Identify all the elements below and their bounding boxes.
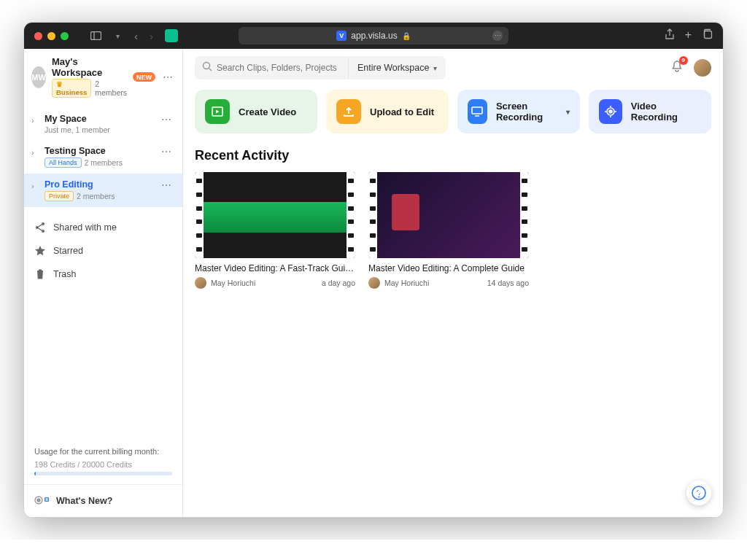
private-tag: Private bbox=[44, 191, 74, 201]
browser-titlebar: ▾ ‹ › V app.visla.us 🔒 ⋯ + bbox=[24, 23, 723, 49]
space-my-space[interactable]: › My Space Just me, 1 member ⋯ bbox=[24, 108, 182, 140]
nav-shared[interactable]: Shared with me bbox=[24, 216, 182, 239]
svg-point-3 bbox=[42, 222, 44, 225]
usage-panel: Usage for the current billing month: 198… bbox=[24, 440, 182, 484]
nav-trash[interactable]: Trash bbox=[24, 262, 182, 286]
back-button[interactable]: ‹ bbox=[131, 30, 141, 42]
video-card[interactable]: Master Video Editing: A Fast-Track Guide… bbox=[195, 172, 355, 289]
search-icon bbox=[202, 61, 212, 74]
chevron-right-icon: › bbox=[31, 182, 39, 190]
user-avatar[interactable] bbox=[694, 59, 711, 77]
svg-point-7 bbox=[37, 499, 40, 502]
svg-rect-8 bbox=[44, 497, 49, 502]
svg-rect-14 bbox=[472, 107, 482, 114]
tab-dropdown-icon[interactable]: ▾ bbox=[109, 28, 125, 44]
share-icon bbox=[34, 222, 46, 233]
maximize-window[interactable] bbox=[61, 32, 69, 40]
author-name: May Horiuchi bbox=[211, 279, 255, 287]
space-menu-icon[interactable]: ⋯ bbox=[160, 146, 174, 158]
search-wrap: Entire Workspace ▾ bbox=[195, 56, 446, 79]
crown-icon: ♛ bbox=[56, 80, 63, 88]
space-menu-icon[interactable]: ⋯ bbox=[160, 114, 174, 125]
chevron-down-icon: ▾ bbox=[566, 108, 570, 116]
author-name: May Horiuchi bbox=[384, 279, 429, 287]
svg-line-12 bbox=[209, 69, 212, 71]
workspace-name: May's Workspace bbox=[52, 56, 127, 78]
minimize-window[interactable] bbox=[47, 32, 55, 40]
camera-icon bbox=[599, 99, 622, 124]
search-input[interactable] bbox=[217, 63, 341, 73]
close-window[interactable] bbox=[34, 32, 42, 40]
space-pro-editing[interactable]: › Pro Editing Private2 members ⋯ bbox=[24, 174, 182, 207]
megaphone-icon bbox=[34, 494, 50, 508]
svg-point-17 bbox=[609, 110, 612, 113]
video-card[interactable]: Master Video Editing: A Complete Guide M… bbox=[368, 172, 529, 289]
chevron-right-icon: › bbox=[31, 148, 39, 157]
video-thumbnail bbox=[195, 172, 355, 258]
workspace-header[interactable]: MW May's Workspace ♛ Business 2 members … bbox=[24, 49, 182, 104]
workspace-menu-icon[interactable]: ⋯ bbox=[161, 71, 175, 83]
url-text: app.visla.us bbox=[351, 31, 397, 41]
workspace-members: 2 members bbox=[95, 79, 127, 97]
new-badge: NEW bbox=[133, 72, 155, 82]
nav-starred[interactable]: Starred bbox=[24, 239, 182, 262]
upload-to-edit-button[interactable]: Upload to Edit bbox=[326, 90, 449, 133]
window-controls bbox=[34, 32, 69, 40]
notifications-button[interactable]: 9 bbox=[670, 60, 684, 76]
workspace-avatar: MW bbox=[31, 66, 46, 88]
screen-icon bbox=[468, 99, 487, 124]
url-more-icon[interactable]: ⋯ bbox=[492, 31, 503, 41]
nav-list: Shared with me Starred Trash bbox=[24, 216, 182, 286]
usage-bar bbox=[34, 472, 172, 475]
screen-recording-button[interactable]: Screen Recording ▾ bbox=[457, 90, 580, 133]
topbar: Entire Workspace ▾ 9 bbox=[183, 49, 723, 87]
lock-icon: 🔒 bbox=[402, 32, 411, 40]
star-icon bbox=[34, 245, 46, 257]
forward-button[interactable]: › bbox=[147, 30, 156, 42]
trash-icon bbox=[34, 268, 46, 280]
tabs-icon[interactable] bbox=[702, 28, 713, 43]
recent-activity-title: Recent Activity bbox=[183, 141, 723, 172]
search-scope-dropdown[interactable]: Entire Workspace ▾ bbox=[348, 58, 446, 78]
search-box[interactable] bbox=[195, 56, 348, 79]
author-avatar bbox=[195, 277, 206, 289]
video-thumbnail bbox=[368, 172, 529, 258]
site-favicon bbox=[165, 29, 178, 42]
space-testing-space[interactable]: › Testing Space All Hands2 members ⋯ bbox=[24, 140, 182, 174]
create-video-icon bbox=[205, 99, 230, 124]
action-cards-row: Create Video Upload to Edit Screen Recor… bbox=[183, 87, 723, 141]
svg-rect-0 bbox=[90, 32, 101, 40]
all-hands-tag: All Hands bbox=[44, 158, 82, 168]
url-bar[interactable]: V app.visla.us 🔒 ⋯ bbox=[239, 27, 508, 44]
svg-point-4 bbox=[36, 226, 39, 229]
chevron-down-icon: ▾ bbox=[433, 64, 437, 72]
main-content: Entire Workspace ▾ 9 Create Video bbox=[183, 49, 723, 517]
video-recording-button[interactable]: Video Recording bbox=[589, 90, 711, 133]
help-button[interactable] bbox=[686, 481, 711, 505]
svg-point-19 bbox=[698, 497, 700, 498]
recent-activity-list: Master Video Editing: A Fast-Track Guide… bbox=[183, 172, 723, 289]
svg-point-11 bbox=[204, 63, 210, 69]
sidebar-toggle-icon[interactable] bbox=[88, 28, 104, 44]
notification-count: 9 bbox=[679, 56, 688, 65]
spaces-list: › My Space Just me, 1 member ⋯ › Testing… bbox=[24, 104, 182, 211]
space-menu-icon[interactable]: ⋯ bbox=[160, 179, 174, 191]
svg-rect-2 bbox=[705, 31, 712, 39]
site-badge-icon: V bbox=[336, 31, 347, 41]
video-title: Master Video Editing: A Fast-Track Guide… bbox=[195, 263, 355, 273]
usage-text: 198 Credits / 20000 Credits bbox=[34, 460, 172, 469]
usage-label: Usage for the current billing month: bbox=[34, 447, 172, 456]
plan-badge: ♛ Business bbox=[52, 79, 91, 98]
whats-new-button[interactable]: What's New? bbox=[24, 484, 182, 517]
chevron-right-icon: › bbox=[31, 116, 39, 125]
share-icon[interactable] bbox=[665, 28, 675, 43]
video-time: 14 days ago bbox=[487, 279, 529, 287]
upload-icon bbox=[336, 99, 361, 124]
video-time: a day ago bbox=[322, 279, 355, 287]
sidebar: MW May's Workspace ♛ Business 2 members … bbox=[24, 49, 183, 517]
new-tab-icon[interactable]: + bbox=[685, 28, 692, 43]
author-avatar bbox=[368, 277, 380, 289]
create-video-button[interactable]: Create Video bbox=[195, 90, 317, 133]
svg-point-5 bbox=[42, 230, 44, 233]
video-title: Master Video Editing: A Complete Guide bbox=[368, 263, 529, 273]
